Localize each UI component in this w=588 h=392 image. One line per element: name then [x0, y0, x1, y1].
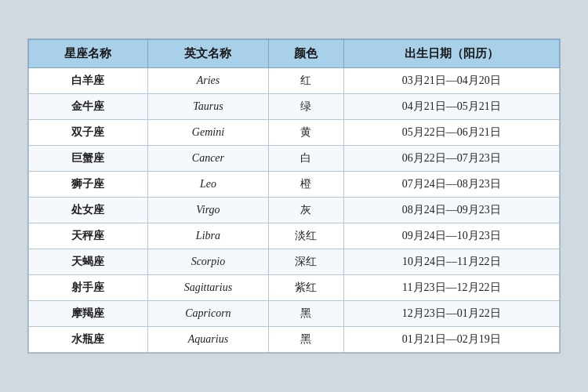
cell-chinese-name: 巨蟹座: [29, 146, 148, 172]
cell-english-name: Scorpio: [147, 249, 268, 275]
header-dates: 出生日期（阳历）: [343, 40, 559, 68]
cell-dates: 11月23日—12月22日: [343, 275, 559, 301]
cell-color: 黑: [269, 301, 344, 327]
table-row: 处女座Virgo灰08月24日—09月23日: [29, 198, 560, 223]
table-row: 金牛座Taurus绿04月21日—05月21日: [29, 94, 560, 120]
cell-english-name: Aries: [147, 68, 268, 94]
cell-dates: 01月21日—02月19日: [343, 327, 559, 353]
cell-dates: 09月24日—10月23日: [343, 223, 559, 249]
cell-english-name: Gemini: [147, 120, 268, 146]
table-body: 白羊座Aries红03月21日—04月20日金牛座Taurus绿04月21日—0…: [29, 68, 560, 353]
cell-color: 红: [269, 68, 344, 94]
cell-dates: 12月23日—01月22日: [343, 301, 559, 327]
cell-english-name: Aquarius: [147, 327, 268, 353]
header-chinese-name: 星座名称: [29, 40, 148, 68]
cell-chinese-name: 金牛座: [29, 94, 148, 120]
cell-chinese-name: 天蝎座: [29, 249, 148, 275]
table-header-row: 星座名称 英文名称 颜色 出生日期（阳历）: [29, 40, 560, 68]
cell-english-name: Libra: [147, 223, 268, 249]
zodiac-table-container: 星座名称 英文名称 颜色 出生日期（阳历） 白羊座Aries红03月21日—04…: [27, 38, 561, 354]
cell-dates: 05月22日—06月21日: [343, 120, 559, 146]
cell-color: 灰: [269, 198, 344, 223]
table-row: 射手座Sagittarius紫红11月23日—12月22日: [29, 275, 560, 301]
cell-color: 紫红: [269, 275, 344, 301]
cell-color: 绿: [269, 94, 344, 120]
cell-dates: 10月24日—11月22日: [343, 249, 559, 275]
cell-dates: 04月21日—05月21日: [343, 94, 559, 120]
cell-english-name: Taurus: [147, 94, 268, 120]
table-row: 天秤座Libra淡红09月24日—10月23日: [29, 223, 560, 249]
cell-color: 淡红: [269, 223, 344, 249]
header-english-name: 英文名称: [147, 40, 268, 68]
cell-chinese-name: 射手座: [29, 275, 148, 301]
cell-color: 深红: [269, 249, 344, 275]
cell-color: 黄: [269, 120, 344, 146]
table-row: 巨蟹座Cancer白06月22日—07月23日: [29, 146, 560, 172]
table-row: 双子座Gemini黄05月22日—06月21日: [29, 120, 560, 146]
cell-chinese-name: 双子座: [29, 120, 148, 146]
zodiac-table: 星座名称 英文名称 颜色 出生日期（阳历） 白羊座Aries红03月21日—04…: [28, 39, 560, 353]
cell-dates: 03月21日—04月20日: [343, 68, 559, 94]
cell-chinese-name: 处女座: [29, 198, 148, 223]
table-row: 狮子座Leo橙07月24日—08月23日: [29, 172, 560, 198]
cell-dates: 07月24日—08月23日: [343, 172, 559, 198]
table-row: 天蝎座Scorpio深红10月24日—11月22日: [29, 249, 560, 275]
cell-chinese-name: 水瓶座: [29, 327, 148, 353]
cell-chinese-name: 摩羯座: [29, 301, 148, 327]
cell-color: 黑: [269, 327, 344, 353]
cell-chinese-name: 狮子座: [29, 172, 148, 198]
cell-english-name: Virgo: [147, 198, 268, 223]
cell-english-name: Cancer: [147, 146, 268, 172]
table-row: 摩羯座Capricorn黑12月23日—01月22日: [29, 301, 560, 327]
cell-color: 白: [269, 146, 344, 172]
cell-chinese-name: 天秤座: [29, 223, 148, 249]
cell-dates: 06月22日—07月23日: [343, 146, 559, 172]
cell-chinese-name: 白羊座: [29, 68, 148, 94]
cell-english-name: Sagittarius: [147, 275, 268, 301]
header-color: 颜色: [269, 40, 344, 68]
cell-dates: 08月24日—09月23日: [343, 198, 559, 223]
cell-english-name: Leo: [147, 172, 268, 198]
table-row: 白羊座Aries红03月21日—04月20日: [29, 68, 560, 94]
table-row: 水瓶座Aquarius黑01月21日—02月19日: [29, 327, 560, 353]
cell-color: 橙: [269, 172, 344, 198]
cell-english-name: Capricorn: [147, 301, 268, 327]
